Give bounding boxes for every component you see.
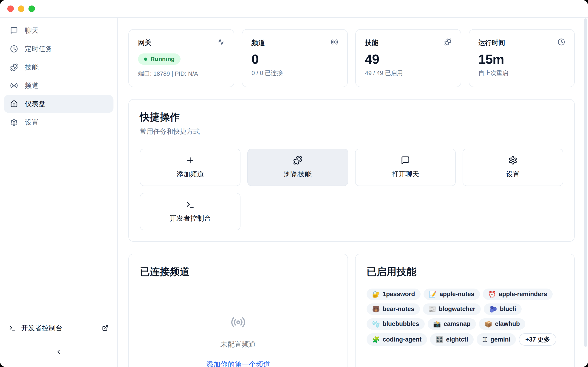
more-skills-chip[interactable]: +37 更多 — [519, 333, 556, 346]
dev-console-link[interactable]: 开发者控制台 — [4, 321, 113, 335]
stat-card-gateway: 网关 Running 端口: 18789 | PID: N/A — [128, 29, 234, 87]
home-icon — [10, 100, 18, 108]
sidebar-collapse-button[interactable] — [51, 344, 66, 359]
sidebar-item-label: 聊天 — [25, 26, 39, 35]
skill-chip[interactable]: 📝apple-notes — [424, 289, 480, 300]
sidebar-item-label: 设置 — [25, 118, 39, 127]
skill-emoji: 📸 — [433, 321, 441, 327]
skill-chip[interactable]: ⏰apple-reminders — [483, 289, 553, 300]
connected-channels-title: 已连接频道 — [140, 265, 337, 278]
skill-chip-list: 🔐1password 📝apple-notes ⏰apple-reminders… — [367, 289, 563, 346]
sidebar-item-scheduled-tasks[interactable]: 定时任务 — [4, 40, 113, 58]
stat-subtext: 49 / 49 已启用 — [365, 69, 451, 77]
browse-skills-button[interactable]: 浏览技能 — [247, 149, 348, 186]
puzzle-icon — [444, 38, 451, 46]
skill-emoji: 🔐 — [372, 291, 380, 297]
external-link-icon — [102, 325, 108, 331]
radio-icon — [331, 38, 338, 46]
stat-value: 0 — [251, 52, 338, 67]
stat-title: 运行时间 — [478, 38, 505, 48]
sidebar-item-chat[interactable]: 聊天 — [4, 21, 113, 40]
gateway-port-pid: 端口: 18789 | PID: N/A — [138, 70, 225, 78]
settings-button[interactable]: 设置 — [463, 149, 563, 186]
skill-chip[interactable]: 📦clawhub — [479, 318, 525, 330]
sidebar-item-dashboard[interactable]: 仪表盘 — [4, 95, 113, 113]
radio-icon — [10, 82, 18, 90]
enabled-skills-title: 已启用技能 — [367, 265, 563, 278]
skill-emoji: ⏰ — [488, 291, 496, 297]
status-badge: Running — [138, 53, 181, 65]
stat-subtext: 0 / 0 已连接 — [251, 69, 338, 77]
status-dot — [144, 58, 147, 61]
skill-chip[interactable]: 🐻bear-notes — [367, 303, 420, 315]
gear-icon — [10, 118, 18, 126]
stat-card-channels: 频道 0 0 / 0 已连接 — [242, 29, 348, 87]
sidebar-item-channels[interactable]: 频道 — [4, 76, 113, 95]
quick-actions-subtitle: 常用任务和快捷方式 — [140, 127, 563, 136]
stat-card-skills: 技能 49 49 / 49 已启用 — [355, 29, 461, 87]
connected-channels-card: 已连接频道 未配置频道 添加你的第一个频道 — [128, 254, 348, 367]
terminal-icon — [9, 324, 16, 332]
sidebar-item-label: 定时任务 — [25, 44, 52, 54]
dev-console-button[interactable]: 开发者控制台 — [140, 193, 241, 230]
plus-icon — [186, 156, 195, 165]
puzzle-icon — [293, 156, 302, 165]
gear-icon — [508, 156, 518, 165]
stat-card-uptime: 运行时间 15m 自上次重启 — [469, 29, 575, 87]
sidebar-item-skills[interactable]: 技能 — [4, 58, 113, 76]
skill-emoji: 📝 — [429, 291, 437, 297]
skill-emoji: 📦 — [484, 321, 492, 327]
empty-channels-text: 未配置频道 — [221, 340, 256, 349]
skill-emoji: 🧩 — [372, 336, 380, 343]
chat-icon — [401, 156, 410, 165]
titlebar — [0, 0, 588, 18]
close-window-button[interactable] — [7, 6, 14, 12]
skill-emoji: 🫐 — [489, 306, 497, 312]
enabled-skills-card: 已启用技能 🔐1password 📝apple-notes ⏰apple-rem… — [355, 254, 575, 367]
skill-emoji: 📰 — [428, 306, 436, 312]
skill-emoji: 🎛️ — [435, 336, 443, 343]
zoom-window-button[interactable] — [28, 6, 35, 12]
stat-title: 技能 — [365, 38, 378, 48]
add-first-channel-link[interactable]: 添加你的第一个频道 — [206, 360, 270, 367]
skill-emoji: 🐻 — [372, 306, 380, 312]
skill-chip[interactable]: ♊gemini — [477, 333, 516, 346]
open-chat-button[interactable]: 打开聊天 — [355, 149, 456, 186]
stat-value: 15m — [478, 52, 565, 67]
minimize-window-button[interactable] — [18, 6, 24, 12]
skill-chip[interactable]: 🫧bluebubbles — [367, 318, 425, 330]
sidebar: 聊天 定时任务 技能 频道 仪表盘 设置 — [0, 18, 118, 367]
add-channel-button[interactable]: 添加频道 — [140, 149, 241, 186]
skill-chip[interactable]: 📰blogwatcher — [423, 303, 481, 315]
sidebar-item-label: 频道 — [25, 81, 39, 90]
skill-chip[interactable]: 🫐blucli — [484, 303, 521, 315]
skill-emoji: ♊ — [482, 336, 488, 343]
sidebar-item-label: 仪表盘 — [25, 99, 45, 109]
stat-subtext: 自上次重启 — [478, 69, 565, 77]
stat-title: 网关 — [138, 38, 151, 48]
stat-value: 49 — [365, 52, 451, 67]
dev-console-label: 开发者控制台 — [21, 323, 62, 333]
chat-icon — [10, 27, 18, 34]
sidebar-item-label: 技能 — [25, 63, 39, 72]
skill-chip[interactable]: 🎛️eightctl — [430, 333, 474, 346]
puzzle-icon — [10, 63, 18, 71]
quick-actions-card: 快捷操作 常用任务和快捷方式 添加频道 浏览技能 打开聊天 — [128, 99, 575, 242]
radio-icon — [231, 315, 246, 330]
skill-chip[interactable]: 🔐1password — [367, 289, 421, 300]
activity-icon — [217, 38, 225, 46]
skill-emoji: 🫧 — [372, 321, 380, 327]
skill-chip[interactable]: 🧩coding-agent — [367, 333, 427, 346]
scrollbar-thumb[interactable] — [584, 18, 587, 347]
app-window: 聊天 定时任务 技能 频道 仪表盘 设置 — [0, 0, 588, 367]
skill-chip[interactable]: 📸camsnap — [428, 318, 476, 330]
chevron-left-icon — [55, 348, 62, 355]
terminal-icon — [186, 200, 195, 209]
stat-title: 频道 — [251, 38, 265, 48]
quick-actions-title: 快捷操作 — [140, 110, 563, 124]
clock-icon — [558, 38, 565, 46]
main-content: 网关 Running 端口: 18789 | PID: N/A 频道 0 — [118, 18, 588, 367]
clock-icon — [10, 45, 18, 53]
sidebar-item-settings[interactable]: 设置 — [4, 113, 113, 131]
